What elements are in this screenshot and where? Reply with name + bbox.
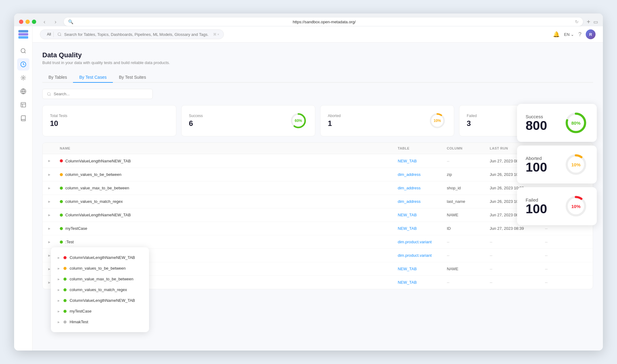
table-link[interactable]: NEW_TAB xyxy=(398,267,447,271)
sidebar xyxy=(14,26,33,351)
maximize-button[interactable] xyxy=(32,20,36,24)
resolution-cell: -- xyxy=(545,240,588,244)
svg-point-3 xyxy=(21,49,25,53)
nav-buttons: ‹ › xyxy=(40,17,60,26)
table-link[interactable]: dim.product.variant xyxy=(398,253,447,258)
expand-icon: ► xyxy=(57,299,60,302)
table-row: ► column_values_to_match_regex dim_addre… xyxy=(43,195,593,208)
refresh-icon[interactable]: ↻ xyxy=(575,19,579,24)
resolution-cell: -- xyxy=(545,280,588,285)
last-run-cell: -- xyxy=(490,267,545,271)
test-case-name: column_values_to_match_regex xyxy=(65,199,123,204)
tab-bar: By Tables By Test Cases By Test Suites xyxy=(42,72,593,83)
table-search-input[interactable] xyxy=(54,92,105,96)
sidebar-item-governance[interactable] xyxy=(17,99,29,111)
table-row: ► :Test dim.product.variant -- -- -- xyxy=(43,235,593,249)
table-search-box[interactable] xyxy=(42,89,153,99)
svg-line-13 xyxy=(50,95,51,96)
table-link[interactable]: NEW_TAB xyxy=(398,226,447,231)
panel-item-name: myTestCase xyxy=(70,309,92,313)
test-case-name: :Test xyxy=(65,240,74,244)
traffic-lights xyxy=(19,20,36,24)
stat-success-value: 6 xyxy=(189,119,203,128)
popup-card-aborted: Aborted 100 10% xyxy=(517,146,597,184)
panel-item-name: column_values_to_match_regex xyxy=(70,287,127,292)
global-search-input[interactable] xyxy=(64,32,210,37)
row-expand-icon[interactable]: ► xyxy=(48,186,60,190)
status-dot xyxy=(63,267,67,270)
table-link[interactable]: dim_address xyxy=(398,199,447,204)
logo[interactable] xyxy=(18,29,29,40)
stats-row: Total Tests 10 Success 6 xyxy=(42,105,593,136)
new-tab-icon[interactable]: + xyxy=(587,18,590,25)
expand-icon: ► xyxy=(57,309,60,313)
table-link[interactable]: dim_address xyxy=(398,186,447,190)
table-link[interactable]: NEW_TAB xyxy=(398,213,447,217)
table-link[interactable]: dim_address xyxy=(398,172,447,177)
stat-total-tests: Total Tests 10 xyxy=(42,105,176,136)
panel-row[interactable]: ► column_values_to_match_regex xyxy=(51,284,149,295)
stat-total-label: Total Tests xyxy=(50,114,67,118)
sidebar-item-insights[interactable] xyxy=(17,72,29,84)
panel-row[interactable]: ► myTestCase xyxy=(51,306,149,317)
panel-row[interactable]: ► HimakTest xyxy=(51,317,149,327)
status-success-dot xyxy=(60,227,63,230)
col-expand xyxy=(48,146,60,150)
sidebar-item-domains[interactable] xyxy=(17,85,29,97)
success-pct: 60% xyxy=(295,119,302,123)
stat-total-value: 10 xyxy=(50,119,67,128)
expand-icon: ► xyxy=(57,256,60,260)
row-expand-icon[interactable]: ► xyxy=(48,226,60,231)
search-filter-label[interactable]: All xyxy=(44,32,54,37)
row-expand-icon[interactable]: ► xyxy=(48,213,60,217)
tab-by-tables[interactable]: By Tables xyxy=(42,72,73,83)
notification-icon[interactable]: 🔔 xyxy=(553,31,560,38)
page-title: Data Quality xyxy=(42,51,593,59)
global-search-bar[interactable]: All ⌘ × xyxy=(40,29,224,39)
panel-row[interactable]: ► ColumnValueLengthNameNEW_TAB xyxy=(51,252,149,263)
panel-row[interactable]: ► column_value_max_to_be_between xyxy=(51,274,149,284)
sidebar-item-explore[interactable] xyxy=(17,45,29,57)
language-selector[interactable]: EN ⌄ xyxy=(564,32,574,37)
resolution-cell: -- xyxy=(545,253,588,258)
help-icon[interactable]: ? xyxy=(578,31,581,38)
status-dot xyxy=(63,256,67,259)
row-expand-icon[interactable]: ► xyxy=(48,240,60,244)
status-success-dot xyxy=(60,187,63,190)
status-warning-dot xyxy=(60,173,63,176)
row-expand-icon[interactable]: ► xyxy=(48,173,60,177)
status-dot xyxy=(63,310,67,313)
column-cell: shop_id xyxy=(447,186,490,190)
panel-row[interactable]: ► ColumnValueLengthNameNEW_TAB xyxy=(51,295,149,306)
tab-by-test-cases[interactable]: By Test Cases xyxy=(73,72,113,83)
close-button[interactable] xyxy=(19,20,23,24)
table-link[interactable]: dim.product.variant xyxy=(398,240,447,244)
forward-button[interactable]: › xyxy=(51,17,60,26)
search-icon xyxy=(57,32,62,36)
column-cell: -- xyxy=(447,253,490,258)
page-subtitle: Build trust in your data with quality te… xyxy=(42,60,593,65)
windows-icon[interactable]: ▭ xyxy=(593,19,598,25)
user-avatar[interactable]: R xyxy=(586,29,596,39)
minimize-button[interactable] xyxy=(25,20,30,24)
test-case-name: column_value_max_to_be_between xyxy=(65,186,129,190)
svg-point-10 xyxy=(58,33,61,36)
back-button[interactable]: ‹ xyxy=(40,17,49,26)
panel-row[interactable]: ► column_values_to_be_between xyxy=(51,263,149,274)
sidebar-item-glossary[interactable] xyxy=(17,112,29,124)
search-icon xyxy=(47,92,51,96)
table-link[interactable]: NEW_TAB xyxy=(398,280,447,285)
svg-rect-0 xyxy=(18,30,28,32)
sidebar-item-quality[interactable] xyxy=(17,58,29,70)
status-failed-dot xyxy=(60,159,63,162)
svg-point-12 xyxy=(48,92,50,95)
popup-aborted-value: 100 xyxy=(526,161,547,174)
table-link[interactable]: NEW_TAB xyxy=(398,159,447,163)
tab-by-test-suites[interactable]: By Test Suites xyxy=(113,72,152,83)
row-expand-icon[interactable]: ► xyxy=(48,159,60,163)
row-expand-icon[interactable]: ► xyxy=(48,199,60,204)
row-name-cell: ColumnValueLengthNameNEW_TAB xyxy=(60,213,398,217)
status-dot xyxy=(63,299,67,302)
table-row: ► column_value_max_to_be_between dim_add… xyxy=(43,181,593,195)
address-bar[interactable]: 🔍 https://sandbox.open-metadata.org/ ↻ xyxy=(64,17,583,26)
